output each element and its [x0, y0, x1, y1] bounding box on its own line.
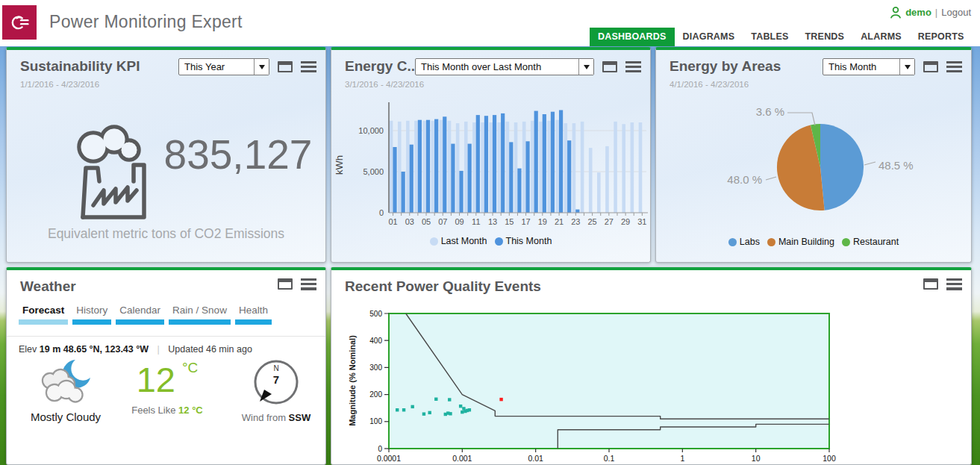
svg-text:07: 07 [438, 217, 447, 226]
svg-text:100: 100 [823, 454, 836, 463]
legend-dot [495, 237, 503, 246]
weather-tab-forecast[interactable]: Forecast [19, 305, 68, 325]
widget-title: Weather [20, 278, 76, 295]
select-arrow-icon [254, 59, 269, 75]
maximize-icon[interactable] [923, 61, 938, 72]
energy-period-value: This Month over Last Month [416, 59, 578, 75]
nav-dashboards[interactable]: DASHBOARDS [590, 28, 675, 46]
user-name[interactable]: demo [905, 7, 931, 18]
legend-dot [767, 238, 775, 246]
widget-date-range: 3/1/2016 - 4/23/2016 [345, 80, 424, 89]
maximize-icon[interactable] [923, 278, 938, 290]
svg-text:13: 13 [488, 217, 497, 226]
kpi-period-value: This Year [179, 59, 254, 75]
legend-label: This Month [506, 236, 552, 246]
dashboard-page: Power Monitoring Expert demo | Logout DA… [0, 0, 980, 465]
pie-label-restaurant: 3.6 % [756, 105, 784, 118]
weather-tab-calendar[interactable]: Calendar [116, 305, 164, 325]
widget-menu-icon[interactable] [301, 61, 316, 73]
legend-dot [430, 237, 438, 246]
widget-header: Energy C... This Month over Last Month [331, 50, 650, 80]
weather-tab-health[interactable]: Health [235, 305, 272, 325]
areas-pie-chart: 48.5 %48.0 %3.6 % [656, 98, 972, 237]
svg-text:1: 1 [680, 454, 684, 463]
svg-text:300: 300 [369, 363, 382, 372]
legend-label: Labs [740, 237, 760, 247]
svg-text:27: 27 [605, 217, 614, 226]
widget-energy-consumption: Energy C... This Month over Last Month 3… [331, 47, 651, 263]
energy-period-select[interactable]: This Month over Last Month [415, 58, 594, 75]
main-nav: DASHBOARDSDIAGRAMSTABLESTRENDSALARMSREPO… [590, 28, 980, 46]
weather-tabs: ForecastHistoryCalendarRain / SnowHealth [19, 305, 272, 325]
updated-text: Updated 46 min ago [168, 344, 252, 355]
legend-label: Main Building [778, 237, 834, 247]
svg-text:15: 15 [505, 217, 514, 226]
legend-item-last-month: Last Month [430, 236, 487, 246]
widget-date-range: 4/1/2016 - 4/23/2016 [670, 80, 749, 89]
legend-label: Restaurant [853, 237, 899, 247]
pie-chart-svg: 48.5 %48.0 %3.6 % [656, 98, 972, 234]
svg-text:21: 21 [555, 217, 564, 226]
areas-period-value: This Month [823, 59, 899, 75]
svg-text:17: 17 [521, 217, 530, 226]
logout-link[interactable]: Logout [941, 7, 971, 18]
svg-text:10: 10 [752, 454, 761, 463]
app-logo [2, 5, 37, 40]
svg-text:05: 05 [422, 217, 431, 226]
pq-y-axis-label: Magnitude (% Nominal) [348, 335, 357, 426]
svg-text:0.001: 0.001 [452, 454, 472, 463]
select-arrow-icon [899, 59, 914, 75]
weather-tab-rain-snow[interactable]: Rain / Snow [169, 305, 231, 325]
weather-tab-underline [235, 319, 272, 325]
widget-title: Sustainability KPI [20, 58, 140, 75]
widget-energy-by-areas: Energy by Areas This Month 4/1/2016 - 4/… [655, 47, 972, 263]
widget-menu-icon[interactable] [946, 278, 962, 290]
maximize-icon[interactable] [278, 278, 293, 290]
select-arrow-icon [578, 59, 593, 75]
legend-label: Last Month [441, 236, 487, 246]
maximize-icon[interactable] [602, 61, 617, 72]
user-icon [890, 6, 902, 19]
areas-chart-legend: LabsMain BuildingRestaurant [656, 237, 971, 247]
nav-reports[interactable]: REPORTS [910, 28, 973, 46]
nav-trends[interactable]: TRENDS [797, 28, 853, 46]
nav-alarms[interactable]: ALARMS [852, 28, 910, 46]
series-this-month [393, 110, 579, 213]
widget-menu-icon[interactable] [946, 61, 962, 73]
pie-label-labs: 48.5 % [878, 159, 914, 172]
svg-text:10,000: 10,000 [358, 126, 384, 135]
areas-period-select[interactable]: This Month [823, 58, 915, 75]
wind-direction-value: SSW [289, 412, 311, 423]
kpi-period-select[interactable]: This Year [178, 58, 269, 75]
nav-tables[interactable]: TABLES [743, 28, 796, 46]
widget-header: Weather [7, 270, 325, 300]
widget-date-range: 1/1/2016 - 4/23/2016 [20, 80, 99, 89]
nav-diagrams[interactable]: DIAGRAMS [675, 28, 743, 46]
kpi-caption: Equivalent metric tons of CO2 Emissions [7, 226, 325, 242]
svg-text:0.1: 0.1 [604, 454, 615, 463]
weather-condition: Mostly Cloudy [17, 411, 114, 423]
legend-item-this-month: This Month [495, 236, 552, 246]
widget-header: Sustainability KPI This Year [7, 50, 325, 80]
compass-north-label: N [273, 364, 278, 372]
svg-text:200: 200 [369, 390, 382, 399]
weather-tab-underline [19, 319, 68, 325]
weather-tab-history[interactable]: History [72, 305, 111, 325]
widget-weather: Weather ForecastHistoryCalendarRain / Sn… [6, 267, 326, 465]
widget-menu-icon[interactable] [301, 278, 316, 290]
temperature-unit: °C [182, 360, 198, 375]
svg-text:0.01: 0.01 [528, 454, 543, 463]
widget-title: Energy C... [345, 58, 419, 75]
maximize-icon[interactable] [278, 61, 293, 72]
widget-header: Energy by Areas This Month [656, 50, 971, 80]
user-area: demo | Logout [890, 6, 971, 19]
widget-menu-icon[interactable] [625, 61, 641, 73]
mostly-cloudy-icon [34, 358, 98, 406]
svg-text:5,000: 5,000 [363, 167, 384, 176]
svg-text:25: 25 [587, 217, 596, 226]
nav-saved-reports[interactable]: SAVED REPORTS [973, 28, 980, 46]
svg-text:31: 31 [637, 217, 646, 226]
pq-scatter-chart: 01002003004005000.00010.0010.010.1110100… [339, 304, 861, 465]
weather-current-conditions: Mostly Cloudy 12°C Feels Like 12 °C N 7 [7, 358, 326, 433]
coordinates-value: 48.65 °N, 123.43 °W [63, 344, 149, 355]
